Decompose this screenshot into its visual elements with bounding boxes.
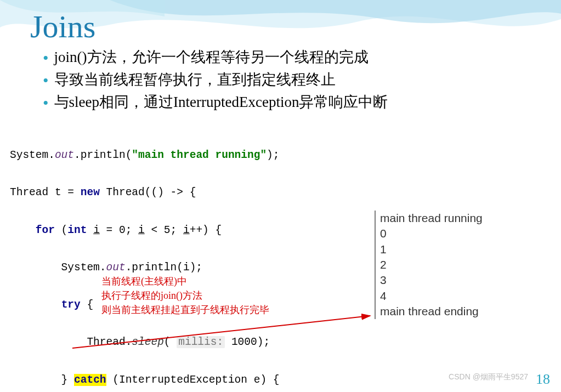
output-line: 3 [380,272,495,288]
bullet-item: •join()方法，允许一个线程等待另一个线程的完成 [43,47,550,68]
output-line: main thread running [380,211,495,226]
bullet-text: join()方法，允许一个线程等待另一个线程的完成 [54,47,369,68]
annotation: 当前线程(主线程)中 执行子线程的join()方法 则当前主线程挂起直到子线程执… [101,274,269,317]
output-line: 2 [380,257,495,272]
output-line: main thread ending [380,304,495,319]
output-line: 0 [380,226,495,241]
output-line: 4 [380,288,495,304]
output-panel: main thread running 0 1 2 3 4 main threa… [375,211,495,319]
bullet-text: 与sleep相同，通过InterruptedException异常响应中断 [54,92,388,113]
param-hint: millis: [177,336,225,348]
slide-number: 18 [536,371,550,388]
bullet-item: •与sleep相同，通过InterruptedException异常响应中断 [43,92,550,113]
output-line: 1 [380,242,495,257]
annotation-line: 当前线程(主线程)中 [101,274,269,288]
bullet-list: •join()方法，允许一个线程等待另一个线程的完成 •导致当前线程暂停执行，直… [43,47,550,114]
slide-title: Joins [30,8,95,45]
bullet-item: •导致当前线程暂停执行，直到指定线程终止 [43,69,550,90]
annotation-line: 执行子线程的join()方法 [101,288,269,303]
watermark: CSDN @烟雨平生9527 [449,372,528,382]
bullet-text: 导致当前线程暂停执行，直到指定线程终止 [54,69,336,90]
annotation-line: 则当前主线程挂起直到子线程执行完毕 [101,303,269,317]
